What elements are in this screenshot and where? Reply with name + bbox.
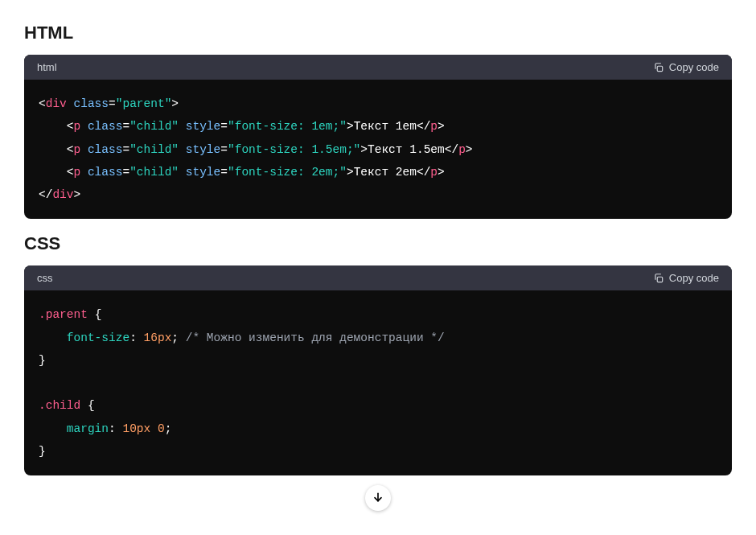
code-token: = [122, 120, 129, 133]
code-token: = [109, 97, 116, 110]
code-token: </ [39, 188, 52, 201]
code-token [179, 331, 186, 344]
code-token: > [466, 143, 473, 156]
code-token [39, 422, 67, 435]
code-token: Текст 1em [354, 120, 417, 133]
code-token: div [46, 97, 67, 110]
code-token: > [171, 97, 179, 110]
code-token: p [74, 120, 81, 133]
code-block-css: css Copy code .parent { font-size: 16px;… [24, 265, 732, 475]
code-token: class [88, 143, 123, 156]
code-body-html[interactable]: <div class="parent"> <p class="child" st… [24, 80, 732, 219]
code-token: > [438, 120, 445, 133]
code-token [179, 166, 186, 179]
code-body-css[interactable]: .parent { font-size: 16px; /* Можно изме… [24, 290, 732, 475]
code-token: "child" [129, 143, 179, 156]
scroll-down-button[interactable] [365, 485, 391, 506]
code-token [80, 166, 88, 179]
code-token: } [39, 354, 46, 367]
code-token: Текст 2em [354, 166, 417, 179]
code-token: } [39, 445, 46, 458]
code-token: > [347, 120, 354, 133]
code-token [80, 399, 88, 412]
code-token [80, 143, 88, 156]
copy-label: Copy code [669, 272, 719, 284]
code-token [88, 308, 95, 321]
lang-label-css: css [37, 272, 53, 284]
code-token: "font-size: 2em;" [228, 166, 347, 179]
lang-label-html: html [37, 61, 57, 73]
code-token: ; [165, 422, 172, 435]
code-token: = [220, 120, 228, 133]
code-token: Текст 1.5em [368, 143, 445, 156]
copy-icon [653, 273, 664, 284]
code-token: { [88, 399, 95, 412]
copy-label: Copy code [669, 61, 719, 73]
code-token: </ [445, 143, 458, 156]
code-token: = [220, 143, 228, 156]
code-block-html: html Copy code <div class="parent"> <p c… [24, 55, 732, 219]
code-token: "font-size: 1.5em;" [228, 143, 360, 156]
code-token: 0 [158, 422, 165, 435]
code-token: p [74, 143, 81, 156]
code-token [67, 97, 74, 110]
code-token [39, 143, 67, 156]
code-token: < [67, 120, 74, 133]
code-token: /* Можно изменить для демонстрации */ [186, 331, 445, 344]
section-heading-html: HTML [24, 23, 732, 43]
code-token: "font-size: 1em;" [228, 120, 347, 133]
code-token: "child" [129, 166, 179, 179]
code-token: "child" [129, 120, 179, 133]
code-token: 16px [144, 331, 172, 344]
code-token: style [186, 166, 221, 179]
code-token: < [67, 143, 74, 156]
code-token: : [129, 331, 143, 344]
code-token: font-size [67, 331, 129, 344]
code-token: class [88, 166, 123, 179]
code-token: margin [67, 422, 109, 435]
code-token: > [360, 143, 368, 156]
code-header-css: css Copy code [24, 265, 732, 290]
code-token: > [74, 188, 81, 201]
code-token: ; [171, 331, 179, 344]
code-token: style [186, 120, 221, 133]
code-token: > [347, 166, 354, 179]
code-token [39, 120, 67, 133]
code-token: { [95, 308, 102, 321]
code-token: > [438, 166, 445, 179]
code-token: style [186, 143, 221, 156]
code-token: .parent [39, 308, 88, 321]
code-token: p [430, 166, 438, 179]
svg-rect-1 [657, 277, 662, 282]
code-token: = [220, 166, 228, 179]
code-token [179, 120, 186, 133]
code-token [150, 422, 158, 435]
code-token: class [74, 97, 109, 110]
code-token: </ [417, 166, 430, 179]
code-header-html: html Copy code [24, 55, 732, 80]
code-token: p [430, 120, 438, 133]
code-token: 10px [122, 422, 150, 435]
code-token: : [109, 422, 122, 435]
code-token: < [67, 166, 74, 179]
code-token: "parent" [116, 97, 172, 110]
code-token: = [122, 143, 129, 156]
code-token: </ [417, 120, 430, 133]
svg-rect-0 [657, 66, 662, 71]
section-heading-css: CSS [24, 233, 732, 254]
code-token: .child [39, 399, 80, 412]
copy-button-css[interactable]: Copy code [653, 272, 719, 284]
code-token [80, 120, 88, 133]
copy-button-html[interactable]: Copy code [653, 61, 719, 73]
code-token: div [52, 188, 73, 201]
code-token: < [39, 97, 46, 110]
code-token [39, 166, 67, 179]
code-token: = [122, 166, 129, 179]
code-token [39, 331, 67, 344]
arrow-down-icon [372, 491, 384, 506]
copy-icon [653, 62, 664, 73]
code-token: p [458, 143, 466, 156]
code-token: p [74, 166, 81, 179]
code-token: class [88, 120, 123, 133]
code-token [179, 143, 186, 156]
